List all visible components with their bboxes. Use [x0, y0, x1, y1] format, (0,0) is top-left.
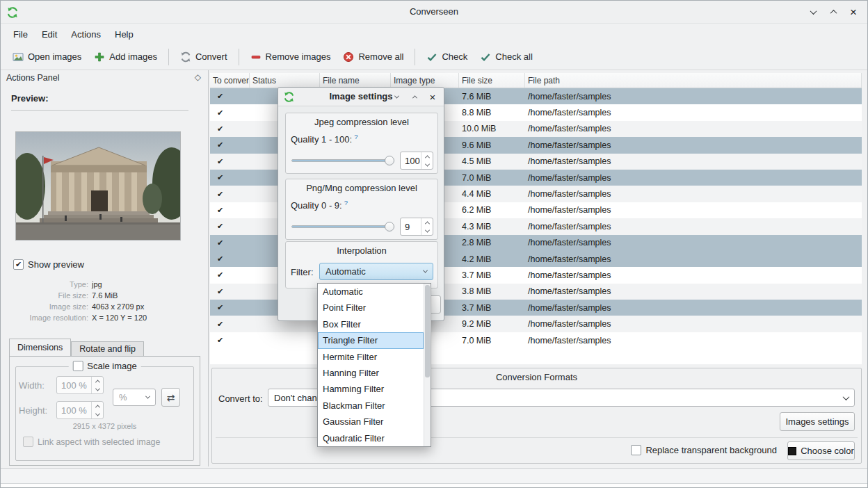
images-settings-button[interactable]: Images settings	[780, 412, 855, 431]
check-all-button[interactable]: Check all	[474, 48, 538, 66]
convert-button[interactable]: Convert	[174, 48, 234, 66]
jpeg-quality-slider[interactable]	[291, 155, 394, 166]
close-button[interactable]: ×	[848, 7, 859, 18]
row-checkmark: ✔	[210, 190, 250, 199]
png-group-title: Png/Mng compression level	[286, 183, 437, 193]
image-info-line: Image size:4063 x 2709 px	[5, 301, 204, 312]
png-quality-spinbox[interactable]: 9	[400, 218, 433, 236]
row-file-size: 4.2 MiB	[459, 254, 525, 264]
jpeg-compression-group: Jpeg compression level Quality 1 - 100:?…	[285, 113, 438, 174]
png-quality-slider[interactable]	[291, 221, 394, 232]
filter-combobox[interactable]: Automatic	[319, 263, 433, 280]
remove-all-button[interactable]: Remove all	[337, 48, 410, 66]
column-header-file-name[interactable]: File name	[320, 73, 391, 88]
spin-down-button[interactable]	[92, 410, 103, 418]
check-button[interactable]: Check	[420, 48, 474, 66]
filter-option-quadratic-filter[interactable]: Quadratic Filter	[318, 430, 424, 446]
image-info-line: Type:jpg	[5, 279, 204, 290]
filter-dropdown-list: AutomaticPoint FilterBox FilterTriangle …	[317, 283, 431, 447]
filter-option-box-filter[interactable]: Box Filter	[318, 316, 424, 332]
row-file-size: 4.4 MiB	[459, 189, 525, 199]
menu-file[interactable]: File	[6, 26, 35, 42]
titlebar[interactable]: Converseen ×	[1, 1, 867, 24]
choose-color-button[interactable]: Choose color	[787, 441, 855, 460]
filter-option-triangle-filter[interactable]: Triangle Filter	[318, 332, 424, 348]
filter-option-hamming-filter[interactable]: Hamming Filter	[318, 381, 424, 397]
chevron-down-icon	[145, 394, 150, 399]
dialog-maximize-button[interactable]	[409, 92, 420, 103]
jpeg-quality-spinbox[interactable]: 100	[400, 152, 433, 170]
row-file-path: /home/faster/samples	[525, 124, 862, 133]
add-images-button[interactable]: Add images	[88, 48, 163, 66]
row-file-size: 9.2 MiB	[459, 319, 525, 329]
dialog-close-button[interactable]: ×	[427, 92, 438, 103]
spin-up-button[interactable]	[421, 218, 433, 227]
slider-handle[interactable]	[385, 156, 394, 165]
spin-down-button[interactable]	[92, 385, 103, 393]
info-value: jpg	[92, 280, 102, 288]
column-header-file-size[interactable]: File size	[459, 73, 525, 88]
dialog-titlebar[interactable]: Image settings ×	[278, 88, 444, 106]
filter-option-hermite-filter[interactable]: Hermite Filter	[318, 349, 424, 365]
menu-actions[interactable]: Actions	[64, 26, 108, 42]
tab-rotate-and-flip[interactable]: Rotate and flip	[71, 341, 144, 356]
row-file-path: /home/faster/samples	[525, 189, 862, 199]
scrollbar-thumb[interactable]	[425, 285, 430, 377]
check-icon	[426, 51, 437, 63]
file-row[interactable]: ✔7.0 MiB/home/faster/samples	[210, 332, 862, 348]
jpeg-group-title: Jpeg compression level	[286, 117, 437, 127]
column-header-image-type[interactable]: Image type	[391, 73, 459, 88]
reset-dimensions-button[interactable]: ⇄	[161, 388, 180, 407]
row-file-path: /home/faster/samples	[525, 156, 862, 166]
chevron-down-icon	[843, 393, 850, 400]
column-header-status[interactable]: Status	[250, 73, 320, 88]
dimensions-tab-pane: Scale image Width: 100 % %	[9, 356, 200, 466]
show-preview-checkbox[interactable]: ✔ Show preview	[13, 259, 84, 270]
column-header-file-path[interactable]: File path	[525, 73, 862, 88]
slider-handle[interactable]	[385, 222, 394, 231]
row-checkmark: ✔	[210, 157, 250, 166]
filter-option-hanning-filter[interactable]: Hanning Filter	[318, 365, 424, 381]
width-row: Width: 100 %	[19, 376, 104, 394]
open-images-button[interactable]: Open images	[6, 48, 88, 66]
width-spinbox[interactable]: 100 %	[56, 376, 104, 394]
row-checkmark: ✔	[210, 287, 250, 296]
menu-help[interactable]: Help	[108, 26, 140, 42]
info-label: Image resolution:	[5, 314, 88, 322]
remove-images-button[interactable]: Remove images	[244, 48, 337, 66]
row-checkmark: ✔	[210, 173, 250, 182]
filter-option-point-filter[interactable]: Point Filter	[318, 300, 424, 316]
height-spinbox[interactable]: 100 %	[56, 401, 104, 419]
row-file-path: /home/faster/samples	[525, 270, 862, 280]
column-header-to-convert[interactable]: To convert	[210, 73, 250, 88]
link-aspect-checkbox[interactable]: Link aspect with selected image	[23, 437, 160, 447]
minimize-button[interactable]	[807, 7, 819, 18]
spin-up-button[interactable]	[92, 377, 103, 385]
image-info-line: File size:7.6 MiB	[5, 290, 204, 301]
spin-down-button[interactable]	[421, 227, 433, 235]
spin-up-button[interactable]	[92, 402, 103, 410]
tab-dimensions[interactable]: Dimensions	[9, 339, 71, 356]
spin-up-button[interactable]	[421, 152, 433, 161]
menu-edit[interactable]: Edit	[35, 26, 64, 42]
png-compression-group: Png/Mng compression level Quality 0 - 9:…	[285, 179, 438, 240]
row-file-path: /home/faster/samples	[525, 319, 862, 329]
row-file-size: 2.8 MiB	[459, 238, 525, 247]
spin-down-button[interactable]	[421, 161, 433, 169]
panel-float-button[interactable]: ◇	[195, 72, 201, 82]
jpeg-help-link[interactable]: ?	[354, 133, 357, 140]
remove-all-icon	[343, 51, 354, 63]
dropdown-scrollbar[interactable]	[424, 284, 431, 446]
filter-option-automatic[interactable]: Automatic	[318, 284, 424, 300]
maximize-button[interactable]	[828, 7, 839, 18]
png-help-link[interactable]: ?	[344, 199, 348, 206]
info-label: File size:	[5, 291, 88, 300]
replace-background-checkbox[interactable]: Replace transparent background	[631, 445, 777, 455]
dialog-minimize-button[interactable]	[391, 92, 402, 103]
remove-images-icon	[250, 51, 262, 63]
toolbar: Open imagesAdd imagesConvertRemove image…	[1, 44, 867, 70]
unit-combobox[interactable]: %	[113, 389, 156, 406]
filter-option-blackman-filter[interactable]: Blackman Filter	[318, 398, 424, 414]
scale-image-checkbox[interactable]: Scale image	[68, 361, 141, 371]
filter-option-gaussian-filter[interactable]: Gaussian Filter	[318, 414, 424, 430]
